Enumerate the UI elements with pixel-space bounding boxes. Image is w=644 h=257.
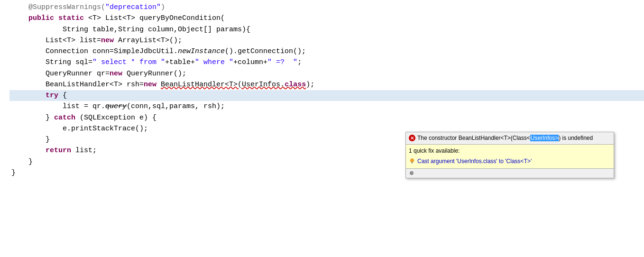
settings-icon (408, 169, 415, 177)
code-token (11, 145, 46, 156)
code-token: e.printStackTrace(); (11, 123, 148, 134)
svg-point-4 (411, 173, 413, 174)
code-token: list = qr. (11, 101, 105, 112)
code-token: " where " (195, 57, 233, 68)
code-line-8: BeanListHandler<T> rsh=new BeanListHandl… (9, 79, 644, 90)
code-line-7: QueryRunner qr=new QueryRunner(); (9, 68, 644, 79)
code-line-5: Connection conn=SimpleJdbcUtil.newInstan… (9, 46, 644, 57)
svg-rect-2 (412, 163, 413, 164)
code-token: (conn,sql,params, rsh); (127, 101, 225, 112)
svg-point-0 (411, 159, 414, 162)
code-token: " =? " (267, 57, 297, 68)
code-line-1: @SuppressWarnings("deprecation") (9, 2, 644, 13)
code-line-3: String table,String column,Object[] para… (9, 24, 644, 35)
tooltip-prefix: The constructor BeanListHandler<T>(Class… (417, 135, 530, 141)
code-editor: @SuppressWarnings("deprecation") public … (0, 0, 644, 257)
code-token: return (46, 145, 71, 156)
code-token: ArrayList<T>(); (114, 35, 182, 46)
code-line-11: } catch (SQLException e) { (9, 112, 644, 123)
code-token: list; (71, 145, 97, 156)
quick-fix-label: Cast argument 'UserInfos.class' to 'Clas… (417, 157, 532, 166)
code-token: catch (54, 112, 75, 123)
code-token: ); (306, 79, 314, 90)
code-token (11, 13, 28, 24)
code-token: } (11, 134, 50, 145)
tooltip-suffix: ) is undefined (559, 135, 593, 141)
tooltip-body: 1 quick fix available: Cast argument 'Us… (406, 145, 614, 168)
code-token: (SQLException e) { (75, 112, 156, 123)
code-token: public (28, 13, 54, 24)
code-token: <T> List<T> queryByOneCondition( (84, 13, 225, 24)
svg-rect-1 (411, 162, 413, 163)
code-token: @SuppressWarnings( (11, 2, 105, 13)
code-token: } (11, 167, 16, 178)
code-token: ; (297, 57, 302, 68)
code-token: ().getConnection(); (225, 46, 306, 57)
code-token: try (46, 90, 58, 101)
code-token: String table,String column,Object[] para… (11, 24, 250, 35)
code-token: " select * from " (92, 57, 165, 68)
code-token: new (144, 79, 156, 90)
error-icon: ✕ (409, 135, 415, 141)
code-token: ) (161, 2, 165, 13)
code-line-9: try { (9, 90, 644, 101)
code-line-10: list = qr.query(conn,sql,params, rsh); (9, 101, 644, 112)
code-token: } (11, 112, 54, 123)
code-line-2: public static <T> List<T> queryByOneCond… (9, 13, 644, 24)
code-token: QueryRunner qr= (11, 68, 110, 79)
quick-fix-count: 1 quick fix available: (409, 147, 611, 156)
code-token: } (11, 156, 33, 167)
code-token: new (101, 35, 114, 46)
tooltip-title-bar: ✕ The constructor BeanListHandler<T>(Cla… (406, 132, 614, 145)
code-line-6: String sql=" select * from "+table+" whe… (9, 57, 644, 68)
code-token: { (58, 90, 67, 101)
lightbulb-icon (409, 158, 415, 165)
code-token: query (105, 101, 127, 112)
code-token: new (110, 68, 122, 79)
code-token: List<T> list= (11, 35, 101, 46)
code-token: +table+ (165, 57, 195, 68)
tooltip-highlight: UserInfos> (530, 135, 559, 141)
code-token: "deprecation" (105, 2, 161, 13)
error-token: BeanListHandler<T>(UserInfos. (161, 79, 285, 90)
code-token: +column+ (233, 57, 267, 68)
code-token (156, 79, 161, 90)
code-token: String sql= (11, 57, 92, 68)
error-tooltip: ✕ The constructor BeanListHandler<T>(Cla… (405, 132, 614, 178)
code-token: QueryRunner(); (122, 68, 186, 79)
code-token: newInstance (178, 46, 225, 57)
code-token: Connection conn=SimpleJdbcUtil. (11, 46, 178, 57)
tooltip-footer (406, 168, 614, 178)
code-token: BeanListHandler<T> rsh= (11, 79, 144, 90)
code-line-4: List<T> list=new ArrayList<T>(); (9, 35, 644, 46)
error-token-kw: class (285, 79, 306, 90)
quick-fix-item[interactable]: Cast argument 'UserInfos.class' to 'Clas… (409, 156, 611, 166)
code-token: static (58, 13, 84, 24)
code-token (11, 90, 46, 101)
code-token (54, 13, 58, 24)
tooltip-title-text: The constructor BeanListHandler<T>(Class… (417, 134, 593, 143)
